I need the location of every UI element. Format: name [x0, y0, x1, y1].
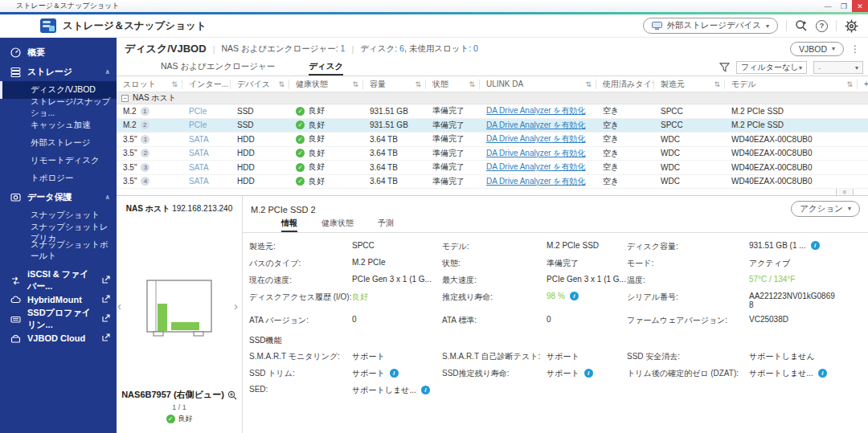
info-icon[interactable]: i — [584, 369, 593, 378]
sidebar-item-label: スナップショット — [31, 210, 100, 221]
column-header-used-type[interactable]: 使用済みタイプ — [596, 80, 654, 89]
action-button[interactable]: アクション ▾ — [791, 201, 860, 217]
zoom-in-icon[interactable] — [227, 390, 237, 400]
sidebar-item-vjbod-cloud[interactable]: VJBOD Cloud — [0, 329, 117, 348]
tab-health[interactable]: 健康状態 — [321, 218, 354, 232]
field-label: ディスク容量: — [627, 241, 749, 252]
vjbod-button[interactable]: VJBOD ▾ — [790, 42, 844, 56]
filter-select[interactable]: フィルターなし ▾ — [736, 61, 807, 74]
info-icon[interactable]: i — [570, 292, 579, 300]
detail-title: M.2 PCIe SSD 2 — [251, 205, 316, 214]
sidebar-item-storage-snapshot[interactable]: ストレージ/スナップショ... — [0, 99, 117, 116]
sidebar-item-ssd-profiling[interactable]: SSDプロファイリン... — [0, 309, 117, 329]
sidebar-item-topology[interactable]: トポロジー — [0, 170, 117, 187]
add-column-button[interactable]: + — [858, 80, 868, 89]
more-menu-icon[interactable]: ⋮ — [850, 43, 860, 55]
table-row[interactable]: M.21 PCIe SSD ✓良好 931.51 GB 準備完了 DA Driv… — [117, 104, 868, 119]
maximize-button[interactable]: ❐ — [836, 0, 852, 12]
column-header-slot[interactable]: スロット⇅ — [117, 80, 182, 89]
info-icon[interactable]: i — [818, 369, 827, 378]
filter-secondary-value: - — [818, 63, 821, 72]
field-label: ディスクアクセス履歴 (I/O): — [243, 292, 352, 303]
column-header-vendor[interactable]: 製造元⇅ — [654, 80, 725, 89]
field-value: 98 %i — [547, 292, 627, 301]
enclosure-caption: NAS6B7957 (右側ビュー) — [117, 389, 242, 401]
info-icon[interactable]: i — [421, 386, 430, 394]
da-analyzer-link[interactable]: DA Drive Analyzer を有効化 — [486, 120, 586, 131]
monitor-icon — [652, 22, 662, 31]
app-title: ストレージ＆スナップショット — [63, 19, 207, 33]
carousel-next-button[interactable]: › — [234, 299, 238, 312]
field-label: SSD推定残り寿命: — [442, 368, 547, 379]
column-header-capacity[interactable]: 容量⇅ — [363, 80, 426, 89]
sort-icon[interactable]: ⇅ — [278, 80, 285, 88]
field-label: SED: — [243, 385, 352, 394]
sort-icon[interactable]: ⇅ — [846, 80, 853, 88]
sort-icon[interactable]: ⇅ — [415, 80, 421, 88]
field-value: 0 — [352, 315, 442, 324]
sidebar-item-overview[interactable]: 概要 — [0, 43, 117, 62]
chevron-up-icon: ∧ — [105, 68, 111, 76]
external-link-icon — [102, 276, 110, 285]
column-header-model[interactable]: モデル⇅ — [725, 80, 858, 89]
help-icon[interactable]: ? — [816, 20, 828, 32]
sidebar-item-snapshot-vault[interactable]: スナップショットボールト — [0, 242, 117, 259]
sidebar-item-remote-disk[interactable]: リモートディスク — [0, 152, 117, 170]
filter-funnel-icon[interactable] — [719, 63, 730, 72]
table-row[interactable]: 3.5"4 SATA HDD ✓良好 3.64 TB 準備完了 DA Drive… — [117, 175, 868, 190]
sort-icon[interactable]: ⇅ — [171, 80, 178, 88]
da-analyzer-link[interactable]: DA Drive Analyzer を有効化 — [486, 105, 586, 116]
sidebar-item-label: 概要 — [27, 47, 45, 59]
info-icon[interactable]: i — [811, 241, 820, 250]
column-header-interface[interactable]: インター...⇅ — [182, 80, 231, 89]
da-analyzer-link[interactable]: DA Drive Analyzer を有効化 — [486, 133, 586, 145]
column-header-status[interactable]: 状態⇅ — [426, 80, 480, 89]
table-row[interactable]: 3.5"1 SATA HDD ✓良好 3.64 TB 準備完了 DA Drive… — [117, 133, 868, 147]
column-header-health[interactable]: 健康状態⇅ — [289, 80, 363, 89]
da-analyzer-link[interactable]: DA Drive Analyzer を有効化 — [486, 148, 586, 159]
column-header-ulink[interactable]: ULINK DA⇅ — [480, 80, 596, 89]
tab-disk[interactable]: ディスク — [309, 59, 343, 76]
close-button[interactable]: ✕ — [852, 0, 868, 12]
tab-info[interactable]: 情報 — [281, 218, 297, 232]
tab-nas-enclosure[interactable]: NAS およびエンクロージャー — [161, 59, 275, 76]
page-header: ディスク/VJBOD | NAS およびエンクロージャー: 1 | ディスク: … — [117, 38, 868, 59]
sidebar-item-cache-acceleration[interactable]: キャッシュ加速 — [0, 116, 117, 134]
sidebar-item-iscsi-fiber[interactable]: iSCSI & ファイバー... — [0, 271, 117, 290]
carousel-prev-button[interactable]: ‹ — [117, 299, 121, 312]
sidebar-section-data-protection[interactable]: データ保護 ∧ — [0, 187, 117, 206]
serial-number: AA221223NV01kG08698 — [749, 292, 836, 309]
info-icon[interactable]: i — [390, 369, 399, 378]
table-row[interactable]: 3.5"3 SATA HDD ✓良好 3.64 TB 準備完了 DA Drive… — [117, 161, 868, 175]
field-value: PCIe Gen 3 x 1 (1 G... — [547, 275, 627, 284]
field-label: ファームウェアバージョン: — [627, 315, 749, 326]
nas-ip-address: 192.168.213.240 — [172, 204, 232, 213]
collapse-panel-button[interactable]: » — [836, 189, 854, 196]
disk-stack-icon — [10, 66, 21, 77]
collapse-group-icon[interactable]: − — [121, 95, 129, 102]
chevron-down-icon: ▾ — [848, 205, 851, 212]
divider: | — [213, 44, 215, 54]
sort-icon[interactable]: ⇅ — [585, 80, 592, 88]
sort-icon[interactable]: ⇅ — [714, 80, 720, 88]
da-analyzer-link[interactable]: DA Drive Analyzer を有効化 — [486, 176, 586, 187]
table-row-selected[interactable]: M.22 PCIe SSD ✓良好 931.51 GB 準備完了 DA Driv… — [117, 119, 868, 133]
camera-icon — [10, 191, 21, 202]
slot-number-badge: 2 — [141, 121, 149, 129]
tab-forecast[interactable]: 予測 — [378, 218, 394, 232]
sort-icon[interactable]: ⇅ — [469, 80, 475, 88]
column-header-device[interactable]: デバイス⇅ — [231, 80, 289, 89]
sort-icon[interactable]: ⇅ — [352, 80, 358, 88]
field-value: M.2 PCIe SSD — [547, 241, 627, 250]
gear-icon[interactable] — [845, 19, 858, 33]
search-sparkle-icon[interactable] — [795, 19, 808, 32]
nas-enclosure-image[interactable] — [117, 277, 242, 345]
table-row[interactable]: 3.5"2 SATA HDD ✓良好 3.64 TB 準備完了 DA Drive… — [117, 147, 868, 161]
field-value: 良好 — [352, 292, 442, 303]
da-analyzer-link[interactable]: DA Drive Analyzer を有効化 — [486, 161, 586, 173]
external-storage-device-button[interactable]: 外部ストレージデバイス ▾ — [643, 18, 778, 34]
sidebar-section-storage[interactable]: ストレージ ∧ — [0, 62, 117, 81]
minimize-button[interactable]: — — [820, 0, 836, 12]
sidebar-item-external-storage[interactable]: 外部ストレージ — [0, 134, 117, 152]
field-label: バスのタイプ: — [243, 258, 352, 269]
